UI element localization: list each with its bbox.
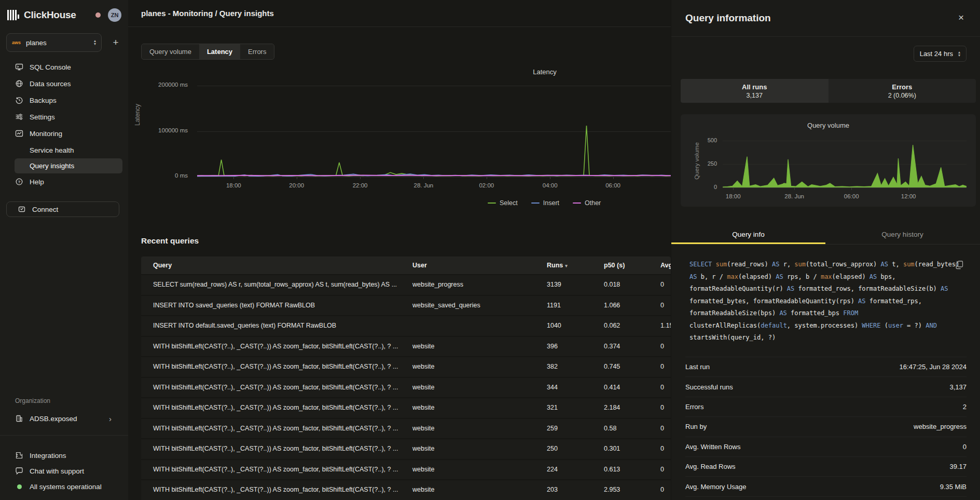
sql-token: (read_rows)	[727, 261, 772, 268]
sql-token: sum	[794, 261, 806, 268]
column-header-query: Query	[153, 256, 172, 274]
subtab-query-info[interactable]: Query info	[671, 226, 825, 244]
column-header-runs[interactable]: Runs▾	[547, 256, 568, 275]
x-tick-label: 18:00	[217, 182, 250, 188]
stat-row-run-by: Run bywebsite_progress	[685, 416, 967, 436]
table-row[interactable]: WITH bitShiftLeft(CAST(?..), _CAST(?..))…	[141, 459, 671, 480]
time-range-value: Last 24 hrs	[920, 50, 953, 58]
sidebar-item-label: Settings	[30, 113, 55, 121]
legend-label: Insert	[543, 199, 559, 207]
column-header-user: User	[412, 256, 427, 274]
table-row[interactable]: SELECT sum(read_rows) AS r, sum(total_ro…	[141, 274, 671, 295]
x-tick-mark	[613, 177, 614, 179]
table-row[interactable]: WITH bitShiftLeft(CAST(?..), _CAST(?..))…	[141, 336, 671, 357]
tab-errors[interactable]: Errors2 (0.06%)	[829, 79, 976, 103]
sidebar-nav: SQL ConsoleData sourcesBackupsSettingsMo…	[0, 59, 128, 190]
clickhouse-logo-icon	[7, 10, 19, 20]
table-row[interactable]: WITH bitShiftLeft(CAST(?..), _CAST(?..))…	[141, 479, 671, 500]
service-selector[interactable]: aws planes ▴▾	[6, 33, 102, 52]
chevron-up-down-icon: ▴▾	[94, 39, 96, 46]
cell-query: SELECT sum(read_rows) AS r, sum(total_ro…	[153, 275, 406, 295]
x-tick-label: 28. Jun	[778, 193, 811, 199]
aws-icon: aws	[12, 40, 21, 45]
cell-avg: 0	[660, 275, 664, 295]
recent-queries-title: Recent queries	[141, 236, 199, 246]
legend-item-insert[interactable]: Insert	[531, 199, 559, 207]
cell-user: website	[412, 439, 434, 459]
sql-token: AS	[776, 273, 787, 280]
table-row[interactable]: INSERT INTO saved_queries (text) FORMAT …	[141, 295, 671, 316]
latency-y-axis-label: Latency	[134, 96, 141, 133]
x-tick-mark	[733, 188, 734, 190]
building-icon	[15, 414, 23, 423]
tab-all-runs[interactable]: All runs3,137	[681, 79, 829, 103]
sidebar-item-monitoring[interactable]: Monitoring	[0, 125, 128, 142]
cell-avg: 0	[660, 480, 664, 500]
stat-label: Avg. Read Rows	[685, 463, 736, 470]
tab-value: 3,137	[747, 92, 763, 99]
tab-latency[interactable]: Latency	[199, 44, 240, 59]
stat-label: Successful runs	[685, 383, 733, 391]
time-range-selector[interactable]: Last 24 hrs ▴▾	[914, 46, 967, 62]
chevron-right-icon: ›	[109, 414, 112, 423]
sql-token: (elapsed)	[832, 273, 869, 280]
recent-queries-table: QueryUserRuns▾p50 (s)Avg.SELECT sum(read…	[141, 256, 671, 500]
stat-label: Run by	[685, 423, 707, 430]
tab-errors[interactable]: Errors	[240, 44, 274, 59]
organization-name: ADSB.exposed	[30, 415, 77, 423]
avatar[interactable]: ZN	[108, 8, 121, 22]
stat-value: 16:47:25, Jun 28 2024	[900, 363, 967, 371]
cell-runs: 259	[547, 419, 558, 439]
table-row[interactable]: WITH bitShiftLeft(CAST(?..), _CAST(?..))…	[141, 418, 671, 439]
subtab-query-history[interactable]: Query history	[825, 226, 979, 244]
sidebar-item-backups[interactable]: Backups	[0, 92, 128, 109]
close-icon[interactable]: ×	[955, 11, 967, 24]
sidebar-item-help[interactable]: ?Help	[0, 173, 128, 190]
sql-token: AS	[689, 273, 701, 280]
table-row[interactable]: WITH bitShiftLeft(CAST(?..), _CAST(?..))…	[141, 377, 671, 398]
organization-row[interactable]: ADSB.exposed ›	[0, 411, 128, 426]
footer-item-chat-with-support[interactable]: Chat with support	[0, 463, 128, 479]
footer-item-integrations[interactable]: Integrations	[0, 448, 128, 463]
sql-token: FROM	[843, 309, 862, 317]
notification-dot-icon[interactable]	[95, 12, 101, 18]
table-row[interactable]: WITH bitShiftLeft(CAST(?..), _CAST(?..))…	[141, 397, 671, 418]
tab-query-volume[interactable]: Query volume	[142, 44, 199, 59]
cell-user: website	[412, 419, 434, 439]
x-tick-mark	[233, 177, 234, 179]
sidebar-item-data-sources[interactable]: Data sources	[0, 75, 128, 92]
chat-icon	[15, 467, 23, 475]
add-service-button[interactable]: +	[109, 36, 122, 49]
table-row[interactable]: WITH bitShiftLeft(CAST(?..), _CAST(?..))…	[141, 356, 671, 377]
x-tick-label: 12:00	[892, 193, 925, 199]
cell-avg: 0	[660, 378, 664, 398]
cell-runs: 344	[547, 378, 558, 398]
sidebar-item-query-insights[interactable]: Query insights	[15, 158, 122, 173]
x-tick-label: 06:00	[835, 193, 868, 199]
connect-button[interactable]: Connect	[6, 201, 119, 217]
legend-item-other[interactable]: Other	[573, 199, 601, 207]
sidebar-item-service-health[interactable]: Service health	[0, 142, 128, 158]
cell-avg: 0	[660, 439, 664, 459]
legend-item-select[interactable]: Select	[488, 199, 518, 207]
cell-runs: 396	[547, 337, 558, 357]
sql-token: (elapsed)	[738, 273, 776, 280]
cell-avg: 0	[660, 337, 664, 357]
table-row[interactable]: INSERT INTO default.saved_queries (text)…	[141, 315, 671, 336]
stat-label: Avg. Memory Usage	[685, 483, 747, 491]
footer-item-all-systems-operational[interactable]: All systems operational	[0, 479, 128, 494]
sidebar-item-sql-console[interactable]: SQL Console	[0, 59, 128, 75]
svg-text:?: ?	[18, 180, 21, 184]
chart-legend: SelectInsertOther	[488, 199, 601, 207]
latency-chart-plot	[197, 86, 671, 177]
sql-token: formatted_bytes, formatReadableQuantity(…	[689, 298, 858, 305]
stat-row-errors: Errors2	[685, 397, 967, 416]
integrations-icon	[15, 451, 23, 460]
console-icon	[15, 63, 23, 71]
sidebar-item-settings[interactable]: Settings	[0, 109, 128, 125]
copy-icon[interactable]	[956, 261, 963, 269]
series-other	[197, 175, 671, 176]
table-row[interactable]: WITH bitShiftLeft(CAST(?..), _CAST(?..))…	[141, 438, 671, 459]
cell-avg: 0	[660, 460, 664, 480]
cell-query: INSERT INTO saved_queries (text) FORMAT …	[153, 296, 406, 316]
